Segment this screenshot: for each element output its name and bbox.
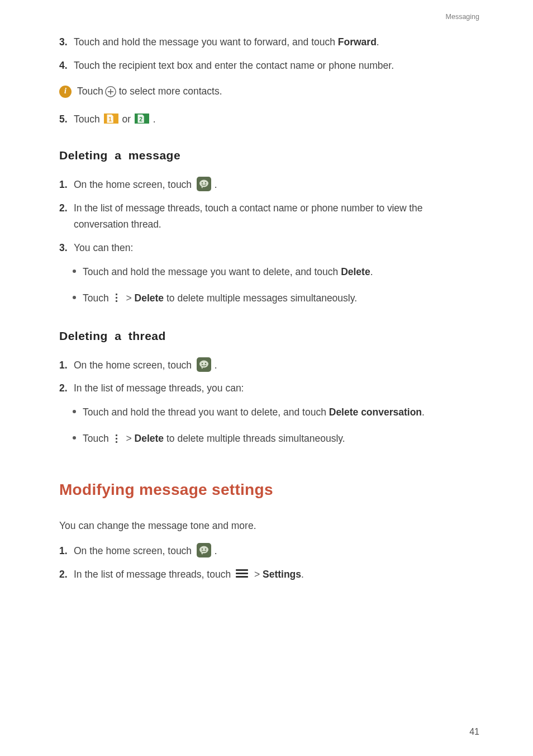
bold-delete-conversation: Delete conversation: [329, 407, 422, 418]
text: Touch and hold the message you want to d…: [83, 266, 341, 277]
plus-circle-icon: [104, 86, 117, 98]
step-body: Touch the recipient text box and enter t…: [74, 58, 479, 74]
step-number: 1.: [59, 177, 74, 193]
sim1-icon: 1: [104, 114, 118, 125]
text: or: [122, 114, 133, 125]
bullet-list: Touch and hold the message you want to d…: [73, 262, 479, 308]
text: .: [370, 266, 373, 277]
svg-point-16: [199, 546, 208, 554]
svg-point-8: [199, 179, 208, 187]
text: .: [377, 36, 379, 48]
step-number: 4.: [59, 58, 74, 74]
text: to select more contacts.: [119, 83, 222, 100]
bullet-item: Touch > Delete to delete multiple thread…: [73, 429, 479, 448]
text: On the home screen, touch: [74, 545, 194, 556]
text: Touch: [83, 292, 112, 304]
info-icon: i: [59, 86, 72, 98]
mod-step-2: 2. In the list of message threads, touch…: [59, 566, 479, 583]
messaging-app-icon: [197, 357, 211, 372]
bullet-item: Touch > Delete to delete multiple messag…: [73, 289, 479, 308]
document-page: Messaging 3. Touch and hold the message …: [0, 0, 533, 756]
step-number: 1.: [59, 543, 74, 560]
step-body: On the home screen, touch .: [74, 177, 479, 193]
svg-point-14: [205, 362, 206, 363]
svg-point-18: [205, 549, 206, 550]
text: >: [126, 433, 131, 444]
step-number: 5.: [59, 111, 74, 128]
step-body: Touch and hold the message you want to f…: [74, 34, 479, 51]
text: On the home screen, touch: [74, 360, 194, 371]
messaging-app-icon: [197, 177, 211, 191]
step-4: 4. Touch the recipient text box and ente…: [59, 58, 479, 74]
more-vert-icon: [114, 292, 120, 302]
text: .: [215, 179, 217, 190]
text: to delete multiple messages simultaneous…: [164, 292, 357, 304]
step-number: 2.: [59, 380, 74, 397]
svg-point-9: [202, 182, 203, 183]
step-number: 3.: [59, 240, 74, 257]
bold-settings: Settings: [263, 569, 301, 580]
text: .: [422, 407, 425, 418]
text: .: [301, 569, 304, 580]
text: .: [215, 545, 217, 556]
step-body: In the list of message threads, you can:: [74, 380, 479, 397]
text: On the home screen, touch: [74, 179, 194, 190]
bold-delete: Delete: [135, 433, 164, 444]
text: Touch: [83, 433, 112, 444]
bullet-item: Touch and hold the thread you want to de…: [73, 403, 479, 422]
page-number: 41: [469, 724, 479, 739]
step-body: On the home screen, touch .: [74, 543, 479, 560]
step-number: 1.: [59, 357, 74, 374]
step-body: Touch 1 or 2 .: [74, 111, 479, 128]
step-body: In the list of message threads, touch a …: [74, 200, 479, 234]
text: .: [215, 360, 217, 371]
step-5: 5. Touch 1 or 2 .: [59, 111, 479, 128]
text: Touch: [74, 114, 103, 125]
heading-deleting-thread: Deleting a thread: [59, 326, 479, 346]
bullet-item: Touch and hold the message you want to d…: [73, 262, 479, 282]
heading-modifying-settings: Modifying message settings: [59, 476, 479, 503]
breadcrumb: Messaging: [59, 11, 479, 23]
del-msg-step-3: 3. You can then:: [59, 240, 479, 257]
svg-point-13: [202, 362, 203, 363]
text: Touch and hold the thread you want to de…: [83, 407, 329, 418]
del-thread-step-1: 1. On the home screen, touch .: [59, 357, 479, 374]
svg-point-12: [199, 360, 208, 367]
text: Touch and hold the message you want to f…: [74, 36, 338, 48]
step-body: In the list of message threads, touch > …: [74, 566, 479, 583]
sim2-icon: 2: [135, 114, 149, 125]
svg-point-10: [205, 182, 206, 183]
more-vert-icon: [114, 433, 120, 443]
step-body: On the home screen, touch .: [74, 357, 479, 374]
bullet-list: Touch and hold the thread you want to de…: [73, 403, 479, 448]
step-number: 2.: [59, 200, 74, 234]
menu-icon: [236, 568, 248, 579]
del-msg-step-1: 1. On the home screen, touch .: [59, 177, 479, 193]
del-thread-step-2: 2. In the list of message threads, you c…: [59, 380, 479, 397]
svg-text:1: 1: [108, 116, 112, 122]
bold-forward: Forward: [338, 36, 377, 48]
text: >: [126, 292, 131, 304]
heading-deleting-message: Deleting a message: [59, 145, 479, 166]
bold-delete: Delete: [341, 266, 370, 277]
mod-step-1: 1. On the home screen, touch .: [59, 543, 479, 560]
step-number: 2.: [59, 566, 74, 583]
text: In the list of message threads, touch: [74, 569, 234, 580]
svg-text:2: 2: [139, 116, 142, 122]
step-body: You can then:: [74, 240, 479, 257]
svg-point-17: [202, 549, 203, 550]
info-callout: i Touch to select more contacts.: [59, 83, 479, 100]
bold-delete: Delete: [135, 292, 164, 304]
del-msg-step-2: 2. In the list of message threads, touch…: [59, 200, 479, 234]
step-number: 3.: [59, 34, 74, 51]
text: Touch: [77, 83, 103, 100]
text: .: [153, 114, 156, 125]
step-3: 3. Touch and hold the message you want t…: [59, 34, 479, 51]
text: to delete multiple threads simultaneousl…: [164, 433, 345, 444]
messaging-app-icon: [197, 543, 211, 557]
intro-text: You can change the message tone and more…: [59, 518, 479, 535]
text: >: [254, 569, 260, 580]
